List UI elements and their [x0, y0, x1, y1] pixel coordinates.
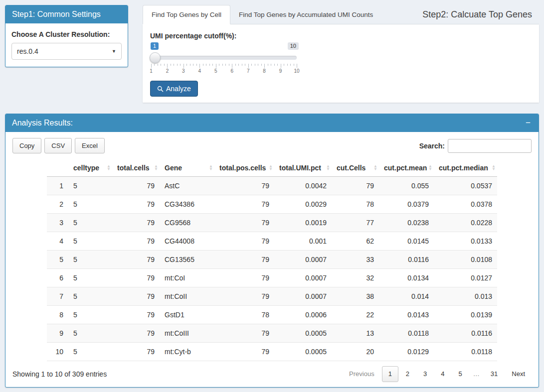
pagination-page-4[interactable]: 4	[434, 366, 451, 382]
table-row[interactable]: 10579mt:Cyt-b790.0005200.01290.0118	[47, 343, 497, 361]
slider-max-label: 10	[288, 42, 299, 50]
cell-total-pos-cells: 79	[214, 251, 274, 269]
table-row[interactable]: 2579CG34386790.0029780.03790.0378	[47, 195, 497, 214]
cell-celltype: 5	[68, 232, 112, 251]
cell-cut-cells: 22	[332, 306, 379, 324]
chevron-down-icon	[112, 49, 116, 54]
slider-minor-tick	[284, 64, 284, 66]
cell-cut-pct-mean: 0.0134	[379, 269, 434, 287]
column-header-gene[interactable]: Gene	[160, 159, 214, 177]
slider-track[interactable]	[151, 56, 297, 60]
cell-cut-pct-mean: 0.055	[379, 177, 434, 195]
slider-tick	[216, 64, 216, 68]
pagination-page-2[interactable]: 2	[399, 366, 416, 382]
slider-tick-label: 3	[182, 68, 185, 74]
cell-gene: mt:CoI	[160, 269, 214, 287]
csv-button[interactable]: CSV	[44, 138, 72, 153]
cell-celltype: 5	[68, 195, 112, 214]
cell-total-cells: 79	[112, 232, 160, 251]
cell-total-cells: 79	[112, 177, 160, 195]
table-row[interactable]: 1579AstC790.0042790.0550.0537	[47, 177, 497, 195]
table-row[interactable]: 9579mt:CoIII790.0005130.01180.0116	[47, 324, 497, 343]
row-index: 4	[47, 232, 68, 251]
pagination-next[interactable]: Next	[505, 366, 532, 382]
slider-minor-tick	[196, 64, 197, 66]
column-header-label: cut.pct.median	[439, 164, 488, 172]
column-header-cut-pct-mean[interactable]: cut.pct.mean	[379, 159, 434, 177]
cluster-resolution-value: res.0.4	[17, 47, 38, 55]
results-body: CopyCSVExcel Search: celltypetotal.cells…	[5, 132, 539, 387]
cell-celltype: 5	[68, 287, 112, 306]
slider-minor-tick	[268, 64, 268, 66]
slider-tick	[199, 64, 200, 68]
cell-total-cells: 79	[112, 251, 160, 269]
cell-total-umi-pct: 0.0019	[274, 214, 332, 232]
slider-minor-tick	[238, 64, 239, 66]
slider-minor-tick	[229, 64, 229, 66]
cell-cut-pct-mean: 0.0379	[379, 195, 434, 214]
column-header-celltype[interactable]: celltype	[68, 159, 112, 177]
step1-header: Step1: Common Settings	[5, 5, 128, 23]
cell-celltype: 5	[68, 177, 112, 195]
slider-minor-tick	[186, 64, 187, 66]
search-input[interactable]	[448, 139, 532, 153]
tab-find-top-genes-by-cell[interactable]: Find Top Genes by Cell	[143, 5, 230, 24]
column-header-cut-cells[interactable]: cut.Cells	[332, 159, 379, 177]
cell-cut-pct-median: 0.0537	[434, 177, 497, 195]
cell-gene: CG34386	[160, 195, 214, 214]
slider-tick-label: 1	[150, 68, 153, 74]
column-header-total-umi-pct[interactable]: total.UMI.pct	[274, 159, 332, 177]
collapse-minus-icon[interactable]: −	[524, 119, 532, 128]
column-header-total-pos-cells[interactable]: total.pos.cells	[214, 159, 274, 177]
cell-cut-pct-median: 0.0378	[434, 195, 497, 214]
cell-gene: CG9568	[160, 214, 214, 232]
column-header-cut-pct-median[interactable]: cut.pct.median	[434, 159, 497, 177]
table-row[interactable]: 5579CG13565790.0007330.01160.0108	[47, 251, 497, 269]
pagination-previous[interactable]: Previous	[343, 366, 381, 382]
table-row[interactable]: 8579GstD1780.0006220.01430.0139	[47, 306, 497, 324]
column-header-total-cells[interactable]: total.cells	[112, 159, 160, 177]
slider-minor-tick	[290, 64, 291, 66]
copy-button[interactable]: Copy	[12, 138, 41, 153]
table-row[interactable]: 7579mt:CoII790.0007380.0140.013	[47, 287, 497, 306]
analyze-button-label: Analyze	[166, 85, 191, 93]
slider-minor-tick	[158, 64, 158, 66]
cell-gene: CG13565	[160, 251, 214, 269]
table-row[interactable]: 6579mt:CoI790.0007320.01340.0127	[47, 269, 497, 287]
step1-body: Choose A Cluster Resolution: res.0.4	[5, 23, 128, 67]
cell-cut-cells: 33	[332, 251, 379, 269]
slider-tick	[151, 64, 152, 68]
slider-minor-tick	[261, 64, 262, 66]
table-row[interactable]: 4579CG44008790.001620.01450.0133	[47, 232, 497, 251]
column-header-index	[47, 159, 68, 177]
umi-cutoff-slider[interactable]: 1 10 12345678910	[151, 52, 297, 74]
row-index: 7	[47, 287, 68, 306]
cell-cut-pct-mean: 0.0129	[379, 343, 434, 361]
pagination-page-1[interactable]: 1	[382, 366, 398, 382]
pagination-page-5[interactable]: 5	[452, 366, 469, 382]
analyze-button[interactable]: Analyze	[150, 81, 198, 97]
tab-find-top-genes-by-accumulated-umi-counts[interactable]: Find Top Genes by Accumulated UMI Counts	[230, 5, 381, 24]
slider-tick-label: 9	[279, 68, 282, 74]
analysis-results-panel: Analysis Results: − CopyCSVExcel Search:…	[5, 114, 539, 388]
slider-minor-tick	[255, 64, 255, 66]
cell-cut-cells: 38	[332, 287, 379, 306]
sort-icon	[492, 165, 496, 171]
slider-tick-label: 6	[230, 68, 233, 74]
cell-total-umi-pct: 0.0006	[274, 306, 332, 324]
excel-button[interactable]: Excel	[75, 138, 105, 153]
cluster-resolution-select[interactable]: res.0.4	[11, 43, 122, 60]
pagination-page-3[interactable]: 3	[417, 366, 433, 382]
slider-minor-tick	[174, 64, 174, 66]
slider-minor-tick	[206, 64, 206, 66]
cell-celltype: 5	[68, 214, 112, 232]
cell-total-pos-cells: 79	[214, 324, 274, 343]
slider-handle[interactable]	[150, 52, 161, 63]
slider-minor-tick	[190, 64, 190, 66]
table-row[interactable]: 3579CG9568790.0019770.02380.0228	[47, 214, 497, 232]
slider-minor-tick	[203, 64, 203, 66]
pagination-page-31[interactable]: 31	[484, 366, 504, 382]
cell-total-cells: 79	[112, 287, 160, 306]
results-table: celltypetotal.cellsGenetotal.pos.cellsto…	[47, 159, 497, 361]
search-label: Search:	[419, 142, 445, 150]
